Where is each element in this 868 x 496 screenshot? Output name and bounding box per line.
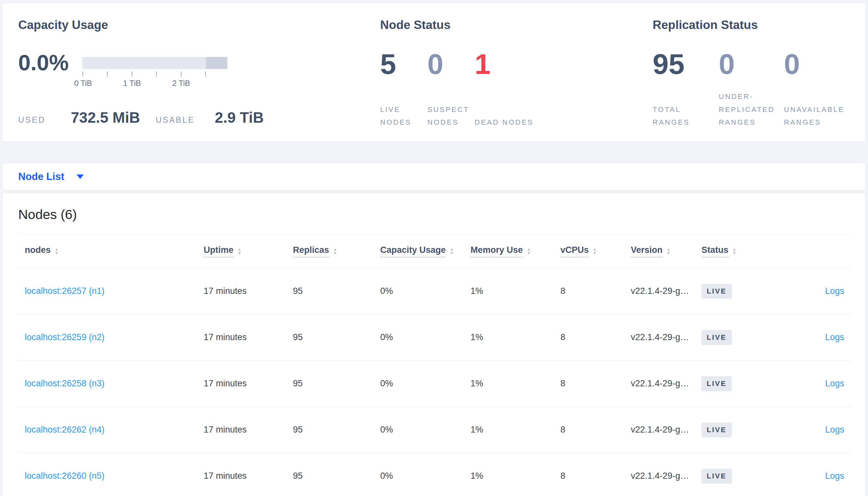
capacity-percent: 0.0% <box>18 51 69 86</box>
sort-icon[interactable]: ▲▼ <box>593 247 597 254</box>
live-nodes-stat: 5 LIVE NODES <box>380 50 428 129</box>
axis-tick <box>83 72 83 77</box>
under-replicated-ranges-stat: 0 UNDER-REPLICATED RANGES <box>719 50 784 129</box>
suspect-nodes-stat: 0 SUSPECT NODES <box>428 50 475 129</box>
table-row: localhost:26257 (n1) 17 minutes 95 0% 1%… <box>17 268 851 314</box>
status-badge: LIVE <box>702 469 732 484</box>
node-address-link[interactable]: localhost:26260 (n5) <box>25 471 105 481</box>
replicas-cell: 95 <box>293 332 380 342</box>
capacity-usage-cell: 0% <box>380 286 470 296</box>
replicas-cell: 95 <box>293 471 380 481</box>
capacity-axis: 0 TiB 1 TiB 2 TiB <box>83 69 227 86</box>
memory-use-cell: 1% <box>470 332 560 342</box>
capacity-usage-cell: 0% <box>380 425 470 435</box>
capacity-usage-cell: 0% <box>380 332 470 342</box>
column-header-replicas[interactable]: Replicas ▲▼ <box>293 245 380 258</box>
column-header-capacity-usage[interactable]: Capacity Usage ▲▼ <box>380 245 470 258</box>
unavailable-ranges-value: 0 <box>784 50 865 78</box>
total-ranges-stat: 95 TOTAL RANGES <box>653 50 719 129</box>
column-header-version[interactable]: Version ▲▼ <box>631 245 702 258</box>
axis-tick <box>156 72 157 77</box>
axis-tick <box>107 72 107 77</box>
memory-use-cell: 1% <box>470 425 560 435</box>
logs-link[interactable]: Logs <box>825 378 844 388</box>
column-header-label: nodes <box>25 245 51 258</box>
sort-icon[interactable]: ▲▼ <box>238 247 242 254</box>
suspect-nodes-value: 0 <box>428 50 475 78</box>
total-ranges-label: TOTAL RANGES <box>653 103 719 129</box>
dead-nodes-value: 1 <box>475 50 533 78</box>
replicas-cell: 95 <box>293 286 380 296</box>
memory-use-cell: 1% <box>470 378 560 389</box>
logs-link[interactable]: Logs <box>825 332 844 342</box>
axis-tick-label: 2 TiB <box>173 79 190 88</box>
sort-icon[interactable]: ▲▼ <box>450 247 454 254</box>
sort-icon[interactable]: ▲▼ <box>667 247 671 254</box>
uptime-cell: 17 minutes <box>204 332 293 342</box>
replication-stats: 95 TOTAL RANGES 0 UNDER-REPLICATED RANGE… <box>653 50 865 129</box>
logs-link[interactable]: Logs <box>825 471 844 481</box>
capacity-bar-tail-segment <box>206 57 227 69</box>
version-cell: v22.1.4-29-g… <box>631 286 702 296</box>
column-header-nodes[interactable]: nodes ▲▼ <box>25 245 204 258</box>
sort-icon[interactable]: ▲▼ <box>527 247 531 254</box>
uptime-cell: 17 minutes <box>204 425 293 435</box>
cluster-summary-card: Capacity Usage 0.0% 0 TiB 1 TiB 2 TiB <box>2 3 866 142</box>
column-header-label: Uptime <box>204 245 234 258</box>
vcpus-cell: 8 <box>560 378 631 389</box>
capacity-usage-chart: 0.0% 0 TiB 1 TiB 2 TiB <box>18 49 380 86</box>
chevron-down-icon[interactable] <box>77 174 84 179</box>
view-selector-bar: Node List <box>2 163 866 190</box>
status-badge: LIVE <box>702 422 732 437</box>
axis-tick-label: 0 TiB <box>74 79 92 88</box>
nodes-table-title: Nodes (6) <box>3 207 865 222</box>
node-status-panel: Node Status 5 LIVE NODES 0 SUSPECT NODES… <box>380 18 653 142</box>
uptime-cell: 17 minutes <box>204 471 293 481</box>
node-address-link[interactable]: localhost:26259 (n2) <box>25 332 105 342</box>
node-list-dropdown[interactable]: Node List <box>18 171 64 183</box>
replication-status-panel: Replication Status 95 TOTAL RANGES 0 UND… <box>653 18 865 142</box>
used-label: USED <box>18 115 45 125</box>
node-address-link[interactable]: localhost:26262 (n4) <box>25 425 105 434</box>
table-row: localhost:26259 (n2) 17 minutes 95 0% 1%… <box>17 314 851 361</box>
total-ranges-value: 95 <box>653 50 719 78</box>
capacity-usage-title: Capacity Usage <box>18 18 380 32</box>
column-header-label: Version <box>631 245 663 258</box>
table-body: localhost:26257 (n1) 17 minutes 95 0% 1%… <box>3 268 865 496</box>
axis-tick <box>132 72 132 77</box>
axis-tick <box>205 72 206 77</box>
uptime-cell: 17 minutes <box>204 378 293 389</box>
replication-status-title: Replication Status <box>653 18 865 32</box>
capacity-bar-chart: 0 TiB 1 TiB 2 TiB <box>83 57 227 86</box>
table-row: localhost:26262 (n4) 17 minutes 95 0% 1%… <box>17 407 851 453</box>
column-header-vcpus[interactable]: vCPUs ▲▼ <box>560 245 631 258</box>
sort-icon[interactable]: ▲▼ <box>55 247 59 254</box>
capacity-usage-cell: 0% <box>380 378 470 389</box>
version-cell: v22.1.4-29-g… <box>631 425 702 435</box>
node-address-link[interactable]: localhost:26258 (n3) <box>25 378 105 388</box>
memory-use-cell: 1% <box>470 286 560 296</box>
sort-icon[interactable]: ▲▼ <box>333 247 337 254</box>
suspect-nodes-label: SUSPECT NODES <box>428 103 475 129</box>
usable-value: 2.9 TiB <box>215 109 264 126</box>
column-header-uptime[interactable]: Uptime ▲▼ <box>204 245 293 258</box>
under-replicated-ranges-label: UNDER-REPLICATED RANGES <box>719 90 784 129</box>
node-address-link[interactable]: localhost:26257 (n1) <box>25 286 105 296</box>
column-header-memory-use[interactable]: Memory Use ▲▼ <box>470 245 560 258</box>
table-header-row: nodes ▲▼ Uptime ▲▼ Replicas ▲▼ Capacity … <box>17 234 851 268</box>
node-status-stats: 5 LIVE NODES 0 SUSPECT NODES 1 DEAD NODE… <box>380 50 653 129</box>
vcpus-cell: 8 <box>560 425 631 435</box>
vcpus-cell: 8 <box>560 332 631 342</box>
capacity-bar-track <box>83 57 227 69</box>
unavailable-ranges-label: UNAVAILABLE RANGES <box>784 103 865 129</box>
replicas-cell: 95 <box>293 378 380 389</box>
axis-tick-label: 1 TiB <box>123 79 141 88</box>
column-header-label: Replicas <box>293 245 329 258</box>
column-header-status[interactable]: Status ▲▼ <box>702 245 781 258</box>
used-value: 732.5 MiB <box>71 109 140 126</box>
logs-link[interactable]: Logs <box>825 286 844 296</box>
capacity-usage-panel: Capacity Usage 0.0% 0 TiB 1 TiB 2 TiB <box>18 18 380 142</box>
logs-link[interactable]: Logs <box>825 425 844 434</box>
sort-icon[interactable]: ▲▼ <box>732 247 737 254</box>
uptime-cell: 17 minutes <box>204 286 293 296</box>
